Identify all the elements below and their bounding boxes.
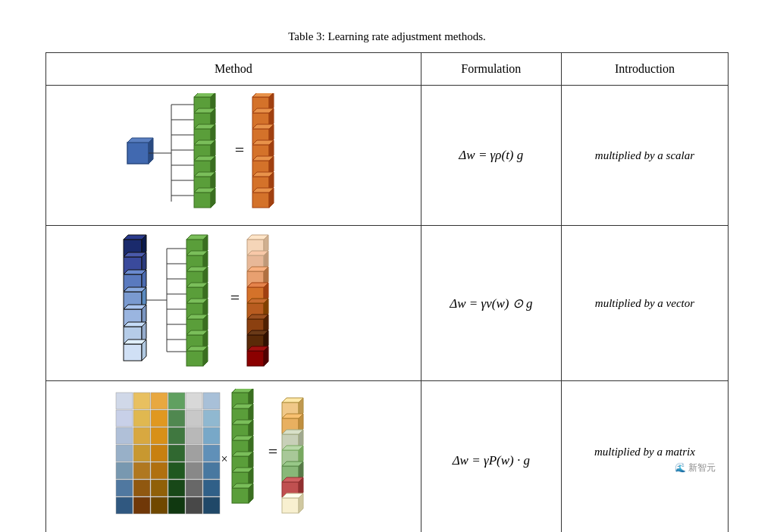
svg-rect-140 [203,393,220,409]
svg-rect-146 [203,410,220,427]
svg-rect-144 [168,410,185,427]
svg-rect-145 [186,410,202,427]
svg-rect-139 [186,393,202,409]
svg-rect-148 [133,427,150,444]
svg-rect-153 [116,445,133,462]
method-cell-2: = [46,226,421,381]
svg-rect-165 [116,480,133,496]
svg-rect-174 [168,497,185,514]
svg-rect-164 [203,462,220,479]
svg-rect-52 [252,192,269,208]
introduction-cell-1: multiplied by a scalar [561,86,728,226]
svg-text:=: = [268,442,277,461]
svg-rect-151 [186,427,202,444]
svg-rect-196 [232,488,249,503]
svg-rect-166 [133,480,150,496]
svg-rect-172 [133,497,150,514]
row1-diagram: = [112,93,355,214]
svg-rect-170 [203,480,220,496]
main-table: Method Formulation Introduction [45,52,729,532]
svg-rect-168 [168,480,185,496]
svg-rect-157 [186,445,202,462]
formulation-cell-1: Δw = γρ(t) g [421,86,561,226]
svg-rect-156 [168,445,185,462]
svg-marker-2 [149,138,153,164]
svg-rect-171 [116,497,133,514]
svg-rect-161 [151,462,168,479]
svg-rect-141 [116,410,133,427]
row2-diagram: = [112,233,355,370]
page-container: Table 3: Learning rate adjustment method… [15,15,759,532]
table-caption: Table 3: Learning rate adjustment method… [45,30,729,43]
svg-text:=: = [235,140,244,159]
svg-rect-155 [151,445,168,462]
svg-rect-30 [194,192,211,208]
method-cell-3: × [46,381,421,533]
introduction-cell-3: multiplied by a matrix 🌊 新智元 [561,381,728,533]
svg-rect-175 [186,497,202,514]
svg-rect-149 [151,427,168,444]
svg-rect-154 [133,445,150,462]
svg-rect-136 [133,393,150,409]
svg-rect-176 [203,497,220,514]
svg-rect-162 [168,462,185,479]
svg-rect-132 [247,351,264,366]
header-method: Method [46,53,421,86]
svg-rect-135 [116,393,133,409]
table-row: = [46,226,729,381]
svg-rect-218 [282,498,299,513]
svg-rect-173 [151,497,168,514]
svg-rect-167 [151,480,168,496]
watermark: 🌊 新智元 [568,458,722,476]
table-row: = [46,86,729,226]
svg-rect-150 [168,427,185,444]
svg-rect-137 [151,393,168,409]
method-cell-1: = [46,86,421,226]
formulation-cell-2: Δw = γv(w) ⊙ g [421,226,561,381]
svg-rect-107 [186,351,203,366]
svg-rect-152 [203,427,220,444]
svg-rect-143 [151,410,168,427]
svg-rect-147 [116,427,133,444]
svg-rect-163 [186,462,202,479]
table-row: × [46,381,729,533]
svg-rect-142 [133,410,150,427]
introduction-cell-2: multiplied by a vector [561,226,728,381]
svg-text:×: × [220,452,228,465]
svg-rect-138 [168,393,185,409]
row3-diagram: × [112,389,355,529]
svg-rect-169 [186,480,202,496]
svg-rect-73 [124,344,142,361]
svg-rect-158 [203,445,220,462]
formulation-cell-3: Δw = γP(w) · g [421,381,561,533]
svg-rect-0 [127,142,149,164]
svg-rect-159 [116,462,133,479]
svg-rect-160 [133,462,150,479]
svg-text:=: = [230,288,240,307]
header-introduction: Introduction [561,53,728,86]
header-formulation: Formulation [421,53,561,86]
